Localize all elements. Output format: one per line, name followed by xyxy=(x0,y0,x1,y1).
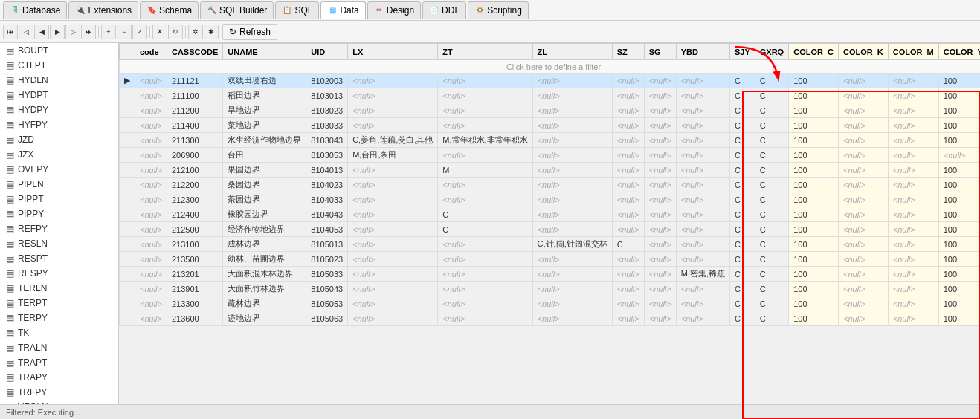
cell-COLOR_C: 100 xyxy=(789,192,839,207)
sidebar-item-REFPY[interactable]: ▤REFPY xyxy=(0,221,118,236)
nav-btn-3[interactable]: ▶ xyxy=(50,25,65,39)
tab-sqlb[interactable]: 🔨SQL Builder xyxy=(200,1,274,19)
sidebar-item-TRAPT[interactable]: ▤TRAPT xyxy=(0,355,118,370)
table-row[interactable]: <null>211100稻田边界8103013<null><null><null… xyxy=(120,88,981,103)
sidebar-item-PIPPT[interactable]: ▤PIPPT xyxy=(0,192,118,207)
table-row[interactable]: <null>211400菜地边界8103033<null><null><null… xyxy=(120,118,981,133)
null-value: <null> xyxy=(843,121,865,130)
sidebar-item-TRALN[interactable]: ▤TRALN xyxy=(0,340,118,355)
null-value: <null> xyxy=(843,151,865,160)
sidebar-item-RESPY[interactable]: ▤RESPY xyxy=(0,266,118,281)
null-value: <null> xyxy=(843,181,865,189)
nav-btn-9[interactable]: ✗ xyxy=(152,25,167,39)
tab-ddl[interactable]: 📄DDL xyxy=(422,1,466,19)
col-header-CASSCODE: CASSCODE xyxy=(167,44,222,60)
nav-btn-5[interactable]: ⏭ xyxy=(81,25,96,39)
cell-LX: <null> xyxy=(348,192,438,207)
refresh-button[interactable]: ↻Refresh xyxy=(222,24,277,40)
nav-btn-4[interactable]: ▷ xyxy=(65,25,80,39)
table-row[interactable]: <null>212500经济作物地边界8104053<null>C<null><… xyxy=(120,222,981,237)
table-row[interactable]: <null>206900台田8103053M,台田,条田<null><null>… xyxy=(120,148,981,163)
null-value: <null> xyxy=(538,181,560,189)
table-row[interactable]: <null>211300水生经济作物地边界8103043C,姜角,莲藕,茭白,其… xyxy=(120,133,981,148)
cell-UNAME: 迹地边界 xyxy=(223,311,306,326)
table-row[interactable]: <null>213500幼林、苗圃边界8105023<null><null><n… xyxy=(120,252,981,267)
sidebar-item-RESPT[interactable]: ▤RESPT xyxy=(0,251,118,266)
tab-icon-sqlb: 🔨 xyxy=(207,5,217,16)
tab-ext[interactable]: 🔌Extensions xyxy=(68,1,138,19)
table-row[interactable]: <null>212400橡胶园边界8104043<null>C<null><nu… xyxy=(120,207,981,222)
sidebar-item-TRFPY[interactable]: ▤TRFPY xyxy=(0,385,118,400)
nav-btn-10[interactable]: ↻ xyxy=(168,25,183,39)
cell-CASSCODE: 212300 xyxy=(167,192,222,207)
sidebar-item-PIPLN[interactable]: ▤PIPLN xyxy=(0,177,118,192)
tab-db[interactable]: 🗄Database xyxy=(3,1,67,19)
row-marker xyxy=(120,237,135,252)
null-value: <null> xyxy=(649,91,671,100)
sidebar-item-HYDPT[interactable]: ▤HYDPT xyxy=(0,88,118,103)
table-row[interactable]: <null>211200旱地边界8103023<null><null><null… xyxy=(120,103,981,118)
sidebar-item-TRAPY[interactable]: ▤TRAPY xyxy=(0,370,118,385)
sidebar-item-TERLN[interactable]: ▤TERLN xyxy=(0,281,118,296)
nav-btn-6[interactable]: + xyxy=(101,25,116,39)
null-value: <null> xyxy=(649,240,671,249)
cell-SZ: <null> xyxy=(612,163,644,178)
nav-btn-1[interactable]: ◁ xyxy=(19,25,33,39)
cell-COLOR_Y: 100 xyxy=(938,207,980,222)
nav-btn-12[interactable]: ✱ xyxy=(204,25,219,39)
sidebar-item-CTLPT[interactable]: ▤CTLPT xyxy=(0,58,118,73)
table-row[interactable]: ▶<null>211121双线田埂右边8102003<null><null><n… xyxy=(120,74,981,88)
sidebar-item-HYDLN[interactable]: ▤HYDLN xyxy=(0,73,118,88)
sidebar-item-OVEPY[interactable]: ▤OVEPY xyxy=(0,162,118,177)
sidebar-item-PIPPY[interactable]: ▤PIPPY xyxy=(0,207,118,221)
nav-btn-11[interactable]: ✲ xyxy=(188,25,203,39)
sidebar-item-label: TRAPY xyxy=(18,372,48,383)
filter-text[interactable]: Click here to define a filter xyxy=(120,60,981,74)
table-row[interactable]: <null>213201大面积混木林边界8105033<null><null><… xyxy=(120,267,981,282)
col-header-code: code xyxy=(135,44,167,60)
table-row[interactable]: <null>213600迹地边界8105063<null><null><null… xyxy=(120,311,981,326)
sidebar-item-HYDPY[interactable]: ▤HYDPY xyxy=(0,103,118,117)
sidebar-item-label: CTLPT xyxy=(18,60,46,71)
nav-btn-8[interactable]: ✓ xyxy=(132,25,147,39)
sidebar-item-RESLN[interactable]: ▤RESLN xyxy=(0,236,118,251)
null-value: <null> xyxy=(442,314,465,323)
cell-UID: 8102003 xyxy=(306,74,348,88)
nav-btn-0[interactable]: ⏮ xyxy=(3,25,18,39)
null-value: <null> xyxy=(352,270,375,279)
table-row[interactable]: <null>213901大面积竹林边界8105043<null><null><n… xyxy=(120,282,981,296)
sidebar-item-JZX[interactable]: ▤JZX xyxy=(0,147,118,162)
cell-ZL: <null> xyxy=(532,133,612,148)
cell-code: <null> xyxy=(135,237,167,252)
filter-row[interactable]: Click here to define a filter xyxy=(120,60,981,74)
cell-YBD: <null> xyxy=(676,74,729,88)
cell-YBD: <null> xyxy=(676,237,729,252)
null-value: <null> xyxy=(617,285,639,293)
sidebar-item-TERPY[interactable]: ▤TERPY xyxy=(0,311,118,325)
table-row[interactable]: <null>212100果园边界8104013<null>M<null><nul… xyxy=(120,163,981,178)
tab-schema[interactable]: 🔖Schema xyxy=(140,1,199,19)
sidebar-item-TK[interactable]: ▤TK xyxy=(0,325,118,340)
tab-design[interactable]: ✏Design xyxy=(367,1,421,19)
nav-btn-7[interactable]: − xyxy=(117,25,132,39)
tab-scripting[interactable]: ⚙Scripting xyxy=(468,1,529,19)
sidebar-item-TERPT[interactable]: ▤TERPT xyxy=(0,296,118,311)
sidebar-item-BOUPT[interactable]: ▤BOUPT xyxy=(0,43,118,58)
sidebar-item-JZD[interactable]: ▤JZD xyxy=(0,132,118,147)
data-area[interactable]: codeCASSCODEUNAMEUIDLXZTZLSZSGYBDSJYGXRQ… xyxy=(119,43,980,419)
sidebar-item-HYFPY[interactable]: ▤HYFPY xyxy=(0,117,118,132)
col-header-COLOR_M: COLOR_M xyxy=(888,44,938,60)
cell-COLOR_K: <null> xyxy=(838,103,888,118)
null-value: <null> xyxy=(538,195,560,204)
table-row[interactable]: <null>213300疏林边界8105053<null><null><null… xyxy=(120,296,981,311)
table-row[interactable]: <null>213100成林边界8105013<null><null>C,针,阔… xyxy=(120,237,981,252)
cell-COLOR_M: <null> xyxy=(888,282,938,296)
cell-ZL: <null> xyxy=(532,207,612,222)
cell-GXRQ: C xyxy=(755,222,788,237)
tab-sql[interactable]: 📋SQL xyxy=(275,1,319,19)
tab-data[interactable]: ▦Data xyxy=(320,1,365,19)
cell-UNAME: 疏林边界 xyxy=(223,296,306,311)
table-row[interactable]: <null>212300茶园边界8104033<null><null><null… xyxy=(120,192,981,207)
nav-btn-2[interactable]: ◀ xyxy=(34,25,49,39)
table-row[interactable]: <null>212200桑园边界8104023<null><null><null… xyxy=(120,178,981,192)
